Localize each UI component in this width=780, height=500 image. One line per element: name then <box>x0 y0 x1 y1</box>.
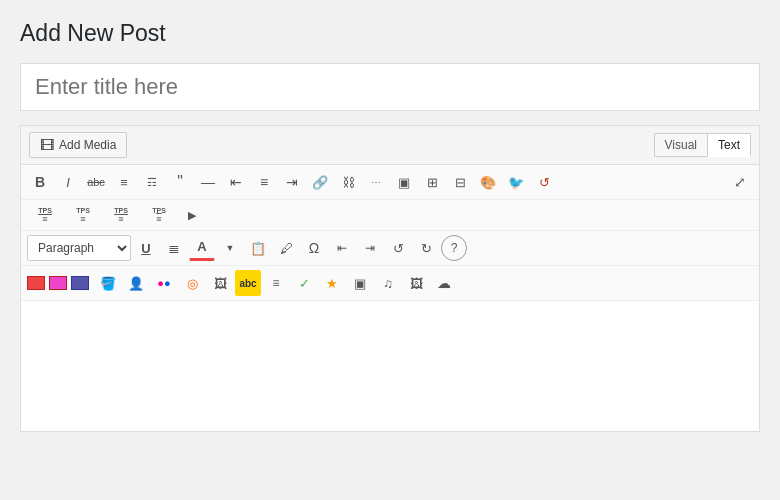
camera-icon: 🎞 <box>40 137 54 153</box>
font-color-arrow[interactable]: ▼ <box>217 235 243 261</box>
media-button[interactable]: 🖼 <box>403 270 429 296</box>
table2-button[interactable]: ⊟ <box>447 169 473 195</box>
unordered-list-button[interactable]: ≡ <box>111 169 137 195</box>
embed-button[interactable]: ▣ <box>347 270 373 296</box>
page-title: Add New Post <box>20 20 760 47</box>
insert-link-button[interactable]: 🔗 <box>307 169 333 195</box>
justify-button[interactable]: ≣ <box>161 235 187 261</box>
gallery-button[interactable]: 🖼 <box>207 270 233 296</box>
view-tabs: Visual Text <box>654 133 751 157</box>
strikethrough-button[interactable]: abc <box>83 169 109 195</box>
underline-button[interactable]: U <box>133 235 159 261</box>
toolbar-row2: TPS ≡ TPS ≡ TPS ≡ TPS ≡ ▶ <box>21 200 759 231</box>
horizontal-rule-button[interactable]: — <box>195 169 221 195</box>
tps3-button[interactable]: TPS ≡ <box>103 202 139 228</box>
flickr-button[interactable]: ●● <box>151 270 177 296</box>
twitter-button[interactable]: 🐦 <box>503 169 529 195</box>
undo-button[interactable]: ↺ <box>385 235 411 261</box>
bold-button[interactable]: B <box>27 169 53 195</box>
tps1-button[interactable]: TPS ≡ <box>27 202 63 228</box>
align-left-button[interactable]: ⇤ <box>223 169 249 195</box>
ordered-list-button[interactable]: ☶ <box>139 169 165 195</box>
media-player-button[interactable]: ▶ <box>179 202 205 228</box>
font-color-button[interactable]: A <box>189 235 215 261</box>
tps2-button[interactable]: TPS ≡ <box>65 202 101 228</box>
toolbar-row3: Paragraph Heading 1 Heading 2 Heading 3 … <box>21 231 759 266</box>
tab-visual[interactable]: Visual <box>654 133 707 157</box>
bucket-button[interactable]: 🪣 <box>95 270 121 296</box>
insert-image-button[interactable]: ▣ <box>391 169 417 195</box>
color-palette-button[interactable]: 🎨 <box>475 169 501 195</box>
align-center-button[interactable]: ≡ <box>251 169 277 195</box>
special-char-button[interactable]: Ω <box>301 235 327 261</box>
fullscreen-button[interactable]: ⤢ <box>727 169 753 195</box>
rss-button[interactable]: ◎ <box>179 270 205 296</box>
blockquote-button[interactable]: " <box>167 169 193 195</box>
toolbar-row4: 🪣 👤 ●● ◎ 🖼 abc ≡ ✓ ★ ▣ ♫ 🖼 ☁ <box>21 266 759 301</box>
toolbar-row1: B I abc ≡ ☶ " — ⇤ ≡ ⇥ 🔗 ⛓ ⋯ ▣ ⊞ ⊟ 🎨 🐦 ↺ … <box>21 165 759 200</box>
star-button[interactable]: ★ <box>319 270 345 296</box>
post-title-input[interactable] <box>20 63 760 111</box>
swatch-blue[interactable] <box>71 276 89 290</box>
editor-content[interactable] <box>21 301 759 431</box>
swatch-red[interactable] <box>27 276 45 290</box>
tps4-button[interactable]: TPS ≡ <box>141 202 177 228</box>
paragraph-select[interactable]: Paragraph Heading 1 Heading 2 Heading 3 … <box>27 235 131 261</box>
cloud-button[interactable]: ☁ <box>431 270 457 296</box>
user-button[interactable]: 👤 <box>123 270 149 296</box>
align-right-button[interactable]: ⇥ <box>279 169 305 195</box>
wordpress-button[interactable]: ↺ <box>531 169 557 195</box>
swatch-pink[interactable] <box>49 276 67 290</box>
indent-button[interactable]: ⇥ <box>357 235 383 261</box>
add-media-label: Add Media <box>59 138 116 152</box>
italic-button[interactable]: I <box>55 169 81 195</box>
editor-topbar: 🎞 Add Media Visual Text <box>21 126 759 165</box>
table-button[interactable]: ⊞ <box>419 169 445 195</box>
audio-button[interactable]: ♫ <box>375 270 401 296</box>
read-more-button[interactable]: ≡ <box>263 270 289 296</box>
check-button[interactable]: ✓ <box>291 270 317 296</box>
add-media-button[interactable]: 🎞 Add Media <box>29 132 127 158</box>
tab-text[interactable]: Text <box>707 133 751 157</box>
outdent-button[interactable]: ⇤ <box>329 235 355 261</box>
redo-button[interactable]: ↻ <box>413 235 439 261</box>
help-button[interactable]: ? <box>441 235 467 261</box>
more-button[interactable]: ⋯ <box>363 169 389 195</box>
spell-button[interactable]: abc <box>235 270 261 296</box>
paste-from-word-button[interactable]: 📋 <box>245 235 271 261</box>
remove-link-button[interactable]: ⛓ <box>335 169 361 195</box>
editor-area: 🎞 Add Media Visual Text B I abc ≡ ☶ " — … <box>20 125 760 432</box>
clear-formatting-button[interactable]: 🖊 <box>273 235 299 261</box>
